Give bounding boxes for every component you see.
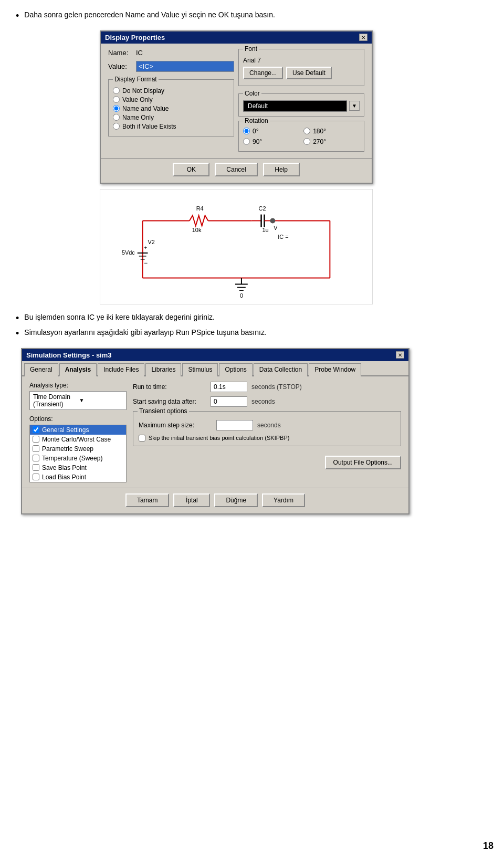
gnd-label: 0 [240, 292, 243, 299]
dugme-button[interactable]: Düğme [214, 493, 258, 507]
ok-button[interactable]: OK [173, 163, 209, 176]
radio-180deg[interactable]: 180° [303, 128, 360, 135]
radio-value-only[interactable]: Value Only [113, 96, 229, 103]
display-properties-dialog: Display Properties ✕ Name: IC Value: Dis… [100, 30, 373, 184]
v2-label: V2 [148, 239, 155, 245]
vdc-label: 5Vdc [122, 249, 135, 255]
radio-both-if-value[interactable]: Both if Value Exists [113, 123, 229, 130]
tamam-button[interactable]: Tamam [125, 493, 169, 507]
tab-probe-window[interactable]: Probe Window [309, 363, 361, 376]
analysis-type-dropdown[interactable]: Time Domain (Transient) ▼ [29, 391, 127, 410]
name-value: IC [136, 49, 143, 57]
dialog-title: Display Properties [105, 34, 165, 41]
radio-90deg[interactable]: 90° [243, 138, 296, 145]
font-group: Font Arial 7 Change... Use Default [238, 49, 364, 86]
value-label: Value: [108, 62, 132, 70]
transient-title: Transient options [138, 407, 189, 415]
svg-text:+: + [144, 245, 148, 250]
tab-include-files[interactable]: Include Files [98, 363, 144, 376]
iptal-button[interactable]: İptal [173, 493, 210, 507]
max-step-label: Maximum step size: [139, 422, 212, 429]
name-row: Name: IC [108, 49, 234, 57]
sim-dialog-titlebar: Simulation Settings - sim3 ✕ [22, 349, 408, 361]
option-load-bias[interactable]: Load Bias Point [30, 472, 126, 482]
radio-name-only[interactable]: Name Only [113, 114, 229, 121]
value-input[interactable] [136, 61, 234, 72]
tab-analysis[interactable]: Analysis [59, 363, 97, 376]
circuit-svg: R4 10k C2 1u V IC = V2 [100, 190, 372, 304]
start-saving-row: Start saving data after: seconds [133, 396, 401, 407]
run-to-time-input[interactable] [211, 382, 247, 392]
font-title: Font [243, 45, 259, 52]
dialog-left-panel: Name: IC Value: Display Format Do Not Di… [108, 49, 234, 152]
option-general-settings[interactable]: General Settings [30, 425, 126, 435]
rotation-group: Rotation 0° 180° 90° [238, 121, 364, 152]
start-saving-input[interactable] [211, 396, 247, 407]
sim-body: Analysis type: Time Domain (Transient) ▼… [22, 376, 408, 488]
color-dropdown-arrow[interactable]: ▼ [349, 101, 360, 111]
close-button[interactable]: ✕ [359, 34, 368, 41]
display-format-title: Display Format [113, 76, 159, 83]
use-default-button[interactable]: Use Default [286, 67, 332, 79]
analysis-type-label: Analysis type: [29, 382, 127, 389]
sim-dialog-title: Simulation Settings - sim3 [26, 351, 112, 359]
rotation-title: Rotation [243, 117, 270, 124]
max-step-row: Maximum step size: seconds [139, 420, 395, 430]
radio-270deg[interactable]: 270° [303, 138, 360, 145]
option-temperature[interactable]: Temperature (Sweep) [30, 454, 126, 463]
font-value: Arial 7 [243, 57, 360, 64]
color-title: Color [243, 90, 261, 97]
tab-stimulus[interactable]: Stimulus [182, 363, 218, 376]
svg-text:−: − [144, 259, 148, 266]
name-label: Name: [108, 49, 132, 57]
tab-options[interactable]: Options [219, 363, 252, 376]
max-step-input[interactable] [216, 420, 253, 430]
c2-value: 1u [262, 227, 269, 233]
r4-value: 10k [192, 227, 202, 233]
dropdown-arrow: ▼ [79, 397, 123, 403]
page-number: 18 [483, 840, 494, 852]
output-file-options-button[interactable]: Output File Options... [325, 456, 401, 469]
yardim-button[interactable]: Yardım [262, 493, 305, 507]
help-button[interactable]: Help [263, 163, 300, 176]
tab-libraries[interactable]: Libraries [145, 363, 181, 376]
color-group: Color Default ▼ [238, 93, 364, 117]
v-label: V [274, 225, 278, 231]
c2-label: C2 [259, 205, 266, 211]
sim-right-panel: Run to time: seconds (TSTOP) Start savin… [133, 382, 401, 482]
change-font-button[interactable]: Change... [243, 67, 283, 79]
radio-0deg[interactable]: 0° [243, 128, 296, 135]
tab-bar: General Analysis Include Files Libraries… [22, 361, 408, 376]
start-saving-unit: seconds [251, 398, 275, 405]
simulation-settings-dialog: Simulation Settings - sim3 ✕ General Ana… [21, 348, 410, 514]
tab-general[interactable]: General [24, 363, 58, 376]
sim-footer: Tamam İptal Düğme Yardım [22, 488, 408, 513]
run-to-time-label: Run to time: [133, 383, 206, 391]
r4-label: R4 [196, 205, 204, 211]
radio-do-not-display[interactable]: Do Not Display [113, 87, 229, 94]
radio-name-and-value[interactable]: Name and Value [113, 105, 229, 112]
circuit-diagram: R4 10k C2 1u V IC = V2 [100, 189, 373, 304]
option-parametric[interactable]: Parametric Sweep [30, 444, 126, 454]
display-format-group: Display Format Do Not Display Value Only… [108, 79, 234, 136]
value-row: Value: [108, 61, 234, 72]
sim-left-panel: Analysis type: Time Domain (Transient) ▼… [29, 382, 127, 482]
tab-data-collection[interactable]: Data Collection [254, 363, 308, 376]
sim-close-button[interactable]: ✕ [396, 351, 404, 359]
dialog-footer: OK Cancel Help [101, 158, 372, 183]
option-monte-carlo[interactable]: Monte Carlo/Worst Case [30, 435, 126, 444]
options-label: Options: [29, 415, 127, 423]
run-to-time-row: Run to time: seconds (TSTOP) [133, 382, 401, 392]
skip-checkbox[interactable] [139, 435, 145, 441]
cancel-button[interactable]: Cancel [215, 163, 257, 176]
color-value: Default [243, 100, 347, 112]
ic-label: IC = [278, 234, 288, 240]
run-to-time-unit: seconds (TSTOP) [251, 383, 302, 391]
transient-options-group: Transient options Maximum step size: sec… [133, 411, 401, 446]
options-list: General Settings Monte Carlo/Worst Case … [29, 425, 127, 482]
load-bias-point-label: Load Bias Point [42, 474, 86, 481]
start-saving-label: Start saving data after: [133, 398, 206, 405]
max-step-unit: seconds [257, 422, 281, 429]
option-save-bias[interactable]: Save Bias Point [30, 463, 126, 472]
bullet-1: Daha sonra gelen pencereden Name and Val… [16, 10, 488, 22]
